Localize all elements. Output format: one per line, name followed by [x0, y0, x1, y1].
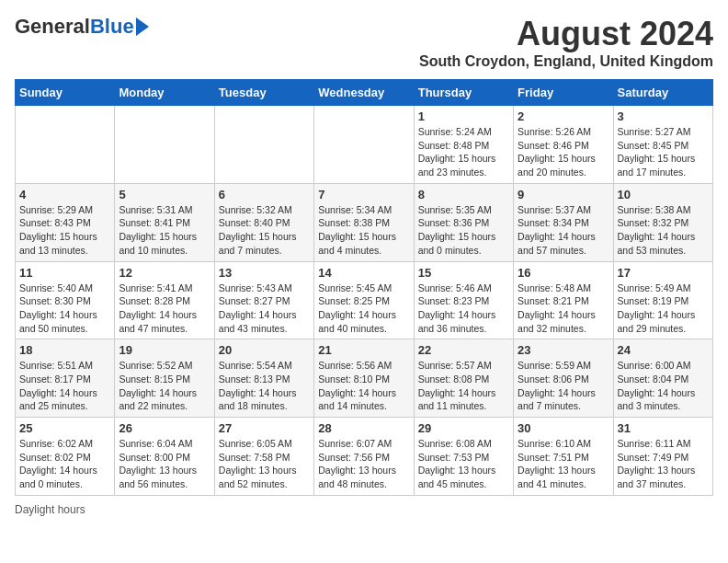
- day-number: 13: [219, 266, 310, 280]
- day-number: 4: [19, 188, 110, 201]
- day-info: Sunrise: 5:37 AM Sunset: 8:34 PM Dayligh…: [518, 203, 609, 258]
- day-number: 25: [19, 421, 110, 435]
- calendar-cell: 22Sunrise: 5:57 AM Sunset: 8:08 PM Dayli…: [414, 339, 513, 418]
- day-info: Sunrise: 5:40 AM Sunset: 8:30 PM Dayligh…: [19, 282, 110, 336]
- weekday-header-tuesday: Tuesday: [214, 80, 313, 106]
- weekday-header-friday: Friday: [514, 80, 613, 106]
- day-info: Sunrise: 6:08 AM Sunset: 7:53 PM Dayligh…: [418, 437, 509, 491]
- day-info: Sunrise: 5:38 AM Sunset: 8:32 PM Dayligh…: [618, 203, 709, 258]
- logo: General Blue: [15, 15, 149, 39]
- day-info: Sunrise: 6:04 AM Sunset: 8:00 PM Dayligh…: [119, 437, 210, 491]
- calendar-cell: 28Sunrise: 6:07 AM Sunset: 7:56 PM Dayli…: [314, 418, 414, 496]
- calendar-cell: 25Sunrise: 6:02 AM Sunset: 8:02 PM Dayli…: [16, 418, 115, 496]
- day-info: Sunrise: 5:48 AM Sunset: 8:21 PM Dayligh…: [518, 282, 609, 336]
- day-number: 19: [119, 343, 210, 357]
- day-info: Sunrise: 5:24 AM Sunset: 8:48 PM Dayligh…: [418, 125, 509, 179]
- calendar-cell: 4Sunrise: 5:29 AM Sunset: 8:43 PM Daylig…: [16, 183, 115, 261]
- calendar-cell: 26Sunrise: 6:04 AM Sunset: 8:00 PM Dayli…: [115, 418, 214, 496]
- footer-note: Daylight hours: [15, 503, 713, 516]
- calendar-cell: 13Sunrise: 5:43 AM Sunset: 8:27 PM Dayli…: [214, 261, 313, 339]
- day-number: 5: [119, 188, 210, 201]
- day-number: 8: [418, 188, 509, 201]
- day-info: Sunrise: 5:32 AM Sunset: 8:40 PM Dayligh…: [219, 203, 310, 258]
- day-info: Sunrise: 5:59 AM Sunset: 8:06 PM Dayligh…: [518, 359, 609, 413]
- calendar-cell: [214, 106, 313, 184]
- day-info: Sunrise: 5:57 AM Sunset: 8:08 PM Dayligh…: [418, 359, 509, 413]
- calendar-cell: 24Sunrise: 6:00 AM Sunset: 8:04 PM Dayli…: [613, 339, 712, 418]
- day-number: 23: [518, 343, 609, 357]
- day-info: Sunrise: 5:54 AM Sunset: 8:13 PM Dayligh…: [219, 359, 310, 413]
- day-number: 7: [318, 188, 409, 201]
- day-info: Sunrise: 5:46 AM Sunset: 8:23 PM Dayligh…: [418, 282, 509, 336]
- day-number: 3: [618, 109, 709, 123]
- day-info: Sunrise: 5:51 AM Sunset: 8:17 PM Dayligh…: [19, 359, 110, 413]
- day-info: Sunrise: 6:05 AM Sunset: 7:58 PM Dayligh…: [219, 437, 310, 491]
- calendar-cell: 23Sunrise: 5:59 AM Sunset: 8:06 PM Dayli…: [514, 339, 613, 418]
- calendar-cell: 9Sunrise: 5:37 AM Sunset: 8:34 PM Daylig…: [514, 183, 613, 261]
- day-info: Sunrise: 5:52 AM Sunset: 8:15 PM Dayligh…: [119, 359, 210, 413]
- day-number: 17: [618, 266, 709, 280]
- day-info: Sunrise: 5:27 AM Sunset: 8:45 PM Dayligh…: [618, 125, 709, 179]
- day-number: 21: [318, 343, 409, 357]
- daylight-label: Daylight hours: [15, 503, 85, 516]
- day-info: Sunrise: 5:29 AM Sunset: 8:43 PM Dayligh…: [19, 203, 110, 258]
- weekday-header-monday: Monday: [115, 80, 214, 106]
- day-info: Sunrise: 5:26 AM Sunset: 8:46 PM Dayligh…: [518, 125, 609, 179]
- day-info: Sunrise: 5:43 AM Sunset: 8:27 PM Dayligh…: [219, 282, 310, 336]
- day-number: 2: [518, 109, 609, 123]
- day-info: Sunrise: 5:56 AM Sunset: 8:10 PM Dayligh…: [318, 359, 409, 413]
- day-info: Sunrise: 6:07 AM Sunset: 7:56 PM Dayligh…: [318, 437, 409, 491]
- day-number: 20: [219, 343, 310, 357]
- calendar-cell: [314, 106, 414, 184]
- calendar-week-4: 18Sunrise: 5:51 AM Sunset: 8:17 PM Dayli…: [16, 339, 713, 418]
- calendar-cell: 31Sunrise: 6:11 AM Sunset: 7:49 PM Dayli…: [613, 418, 712, 496]
- calendar-cell: 30Sunrise: 6:10 AM Sunset: 7:51 PM Dayli…: [514, 418, 613, 496]
- location-title: South Croydon, England, United Kingdom: [419, 53, 713, 70]
- day-number: 14: [318, 266, 409, 280]
- calendar-cell: 6Sunrise: 5:32 AM Sunset: 8:40 PM Daylig…: [214, 183, 313, 261]
- calendar-cell: 7Sunrise: 5:34 AM Sunset: 8:38 PM Daylig…: [314, 183, 414, 261]
- day-info: Sunrise: 5:31 AM Sunset: 8:41 PM Dayligh…: [119, 203, 210, 258]
- calendar-cell: 5Sunrise: 5:31 AM Sunset: 8:41 PM Daylig…: [115, 183, 214, 261]
- day-number: 27: [219, 421, 310, 435]
- day-number: 9: [518, 188, 609, 201]
- calendar-cell: 18Sunrise: 5:51 AM Sunset: 8:17 PM Dayli…: [16, 339, 115, 418]
- calendar-week-2: 4Sunrise: 5:29 AM Sunset: 8:43 PM Daylig…: [16, 183, 713, 261]
- calendar-cell: 12Sunrise: 5:41 AM Sunset: 8:28 PM Dayli…: [115, 261, 214, 339]
- day-info: Sunrise: 5:34 AM Sunset: 8:38 PM Dayligh…: [318, 203, 409, 258]
- day-number: 6: [219, 188, 310, 201]
- weekday-header-sunday: Sunday: [16, 80, 115, 106]
- day-number: 10: [618, 188, 709, 201]
- day-info: Sunrise: 6:10 AM Sunset: 7:51 PM Dayligh…: [518, 437, 609, 491]
- title-section: August 2024 South Croydon, England, Unit…: [419, 15, 713, 70]
- day-info: Sunrise: 6:00 AM Sunset: 8:04 PM Dayligh…: [618, 359, 709, 413]
- calendar-header-row: SundayMondayTuesdayWednesdayThursdayFrid…: [16, 80, 713, 106]
- calendar-cell: 1Sunrise: 5:24 AM Sunset: 8:48 PM Daylig…: [414, 106, 513, 184]
- day-number: 22: [418, 343, 509, 357]
- day-info: Sunrise: 5:45 AM Sunset: 8:25 PM Dayligh…: [318, 282, 409, 336]
- day-number: 26: [119, 421, 210, 435]
- day-number: 11: [19, 266, 110, 280]
- day-number: 12: [119, 266, 210, 280]
- calendar-cell: 19Sunrise: 5:52 AM Sunset: 8:15 PM Dayli…: [115, 339, 214, 418]
- calendar-cell: 29Sunrise: 6:08 AM Sunset: 7:53 PM Dayli…: [414, 418, 513, 496]
- calendar-cell: 15Sunrise: 5:46 AM Sunset: 8:23 PM Dayli…: [414, 261, 513, 339]
- day-number: 29: [418, 421, 509, 435]
- day-info: Sunrise: 6:02 AM Sunset: 8:02 PM Dayligh…: [19, 437, 110, 491]
- calendar-cell: 10Sunrise: 5:38 AM Sunset: 8:32 PM Dayli…: [613, 183, 712, 261]
- weekday-header-thursday: Thursday: [414, 80, 513, 106]
- calendar-week-1: 1Sunrise: 5:24 AM Sunset: 8:48 PM Daylig…: [16, 106, 713, 184]
- calendar-cell: 11Sunrise: 5:40 AM Sunset: 8:30 PM Dayli…: [16, 261, 115, 339]
- calendar-cell: 27Sunrise: 6:05 AM Sunset: 7:58 PM Dayli…: [214, 418, 313, 496]
- calendar-cell: [16, 106, 115, 184]
- calendar-cell: 17Sunrise: 5:49 AM Sunset: 8:19 PM Dayli…: [613, 261, 712, 339]
- day-info: Sunrise: 5:49 AM Sunset: 8:19 PM Dayligh…: [618, 282, 709, 336]
- month-title: August 2024: [419, 15, 713, 53]
- weekday-header-wednesday: Wednesday: [314, 80, 414, 106]
- calendar-cell: [115, 106, 214, 184]
- day-info: Sunrise: 5:41 AM Sunset: 8:28 PM Dayligh…: [119, 282, 210, 336]
- calendar-week-3: 11Sunrise: 5:40 AM Sunset: 8:30 PM Dayli…: [16, 261, 713, 339]
- day-number: 30: [518, 421, 609, 435]
- calendar-week-5: 25Sunrise: 6:02 AM Sunset: 8:02 PM Dayli…: [16, 418, 713, 496]
- calendar-table: SundayMondayTuesdayWednesdayThursdayFrid…: [15, 79, 713, 496]
